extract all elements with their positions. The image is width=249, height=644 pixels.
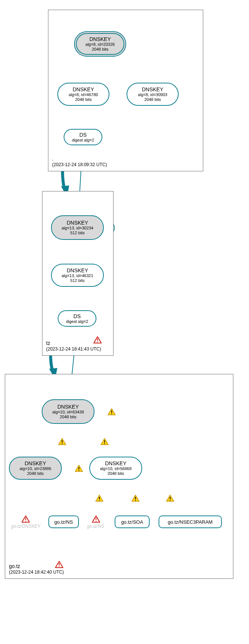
node-root-ksk: DNSKEY alg=8, id=20326 2048 bits xyxy=(74,31,126,57)
node-root-zsk2: DNSKEY alg=8, id=30903 2048 bits xyxy=(127,83,179,106)
node-sub: 2048 bits xyxy=(108,471,124,476)
node-title: DS xyxy=(73,313,80,319)
node-sub: alg=13, id=30234 xyxy=(61,226,93,231)
warning-icon xyxy=(95,495,103,502)
warning-icon xyxy=(75,465,83,472)
error-icon xyxy=(22,515,30,523)
node-gotz-zsk: DNSKEY alg=10, id=56868 2048 bits xyxy=(89,457,142,480)
node-sub: alg=10, id=23886 xyxy=(19,466,51,471)
rr-soa: go.tz/SOA xyxy=(115,515,150,528)
node-title: DNSKEY xyxy=(25,460,46,466)
node-sub: 2048 bits xyxy=(92,47,109,52)
error-icon xyxy=(55,561,63,568)
warning-icon xyxy=(108,408,116,416)
node-gotz-ksk: DNSKEY alg=10, id=63438 2048 bits xyxy=(42,399,95,424)
warning-icon xyxy=(100,438,109,445)
node-sub: 2048 bits xyxy=(75,97,92,102)
warning-icon xyxy=(131,495,140,502)
warning-icon xyxy=(166,495,174,502)
node-root-ds: DS digest alg=2 xyxy=(64,129,102,145)
zone-gotz-timestamp: (2023-12-24 18:42:40 UTC) xyxy=(9,570,64,575)
node-sub: 2048 bits xyxy=(144,97,161,102)
rr-label: go.tz/NSEC3PARAM xyxy=(168,519,213,525)
diagram-canvas: . (2023-12-24 18:09:32 UTC) DNSKEY alg=8… xyxy=(0,0,249,644)
rr-ns: go.tz/NS xyxy=(48,515,79,528)
node-sub: 512 bits xyxy=(70,231,85,235)
error-icon xyxy=(92,515,100,523)
rr-nsec3param: go.tz/NSEC3PARAM xyxy=(159,515,222,528)
node-root-zsk1: DNSKEY alg=8, id=46780 2048 bits xyxy=(57,83,109,106)
node-title: DNSKEY xyxy=(89,36,111,42)
rr-label: go.tz/SOA xyxy=(121,519,143,525)
zone-tz-timestamp: (2023-12-24 18:41:43 UTC) xyxy=(46,346,101,352)
node-title: DNSKEY xyxy=(67,220,88,226)
node-title: DNSKEY xyxy=(73,86,94,92)
node-title: DS xyxy=(79,132,86,138)
node-sub: alg=8, id=20326 xyxy=(86,42,115,47)
ghost-dnskey: go.tz/DNSKEY xyxy=(11,524,41,529)
node-title: DNSKEY xyxy=(57,404,79,410)
ghost-ns: go.tz/NS xyxy=(87,524,104,529)
node-sub: alg=13, id=46321 xyxy=(61,273,93,278)
zone-tz-name: tz xyxy=(46,340,101,346)
node-sub: alg=8, id=30903 xyxy=(138,92,167,97)
node-title: DNSKEY xyxy=(105,460,127,466)
node-sub: 2048 bits xyxy=(60,415,77,419)
zone-root-timestamp: (2023-12-24 18:09:32 UTC) xyxy=(52,162,107,168)
node-tz-ksk: DNSKEY alg=13, id=30234 512 bits xyxy=(51,215,104,240)
node-tz-ds: DS digest alg=2 xyxy=(58,310,96,327)
node-sub: digest alg=2 xyxy=(66,319,88,324)
node-sub: alg=10, id=63438 xyxy=(52,410,84,415)
node-title: DNSKEY xyxy=(67,267,88,273)
zone-root-label: . (2023-12-24 18:09:32 UTC) xyxy=(52,155,107,168)
error-icon xyxy=(93,336,102,344)
node-sub: 512 bits xyxy=(70,278,85,283)
node-sub: digest alg=2 xyxy=(72,138,94,143)
node-tz-zsk: DNSKEY alg=13, id=46321 512 bits xyxy=(51,264,104,287)
node-sub: alg=8, id=46780 xyxy=(69,92,98,97)
node-gotz-k2: DNSKEY alg=10, id=23886 2048 bits xyxy=(9,457,62,480)
zone-root-name: . xyxy=(52,155,107,162)
node-sub: 2048 bits xyxy=(27,471,44,476)
node-title: DNSKEY xyxy=(142,86,163,92)
zone-tz-label: tz (2023-12-24 18:41:43 UTC) xyxy=(46,340,101,352)
node-sub: alg=10, id=56868 xyxy=(100,466,131,471)
warning-icon xyxy=(58,438,66,445)
rr-label: go.tz/NS xyxy=(54,519,73,525)
